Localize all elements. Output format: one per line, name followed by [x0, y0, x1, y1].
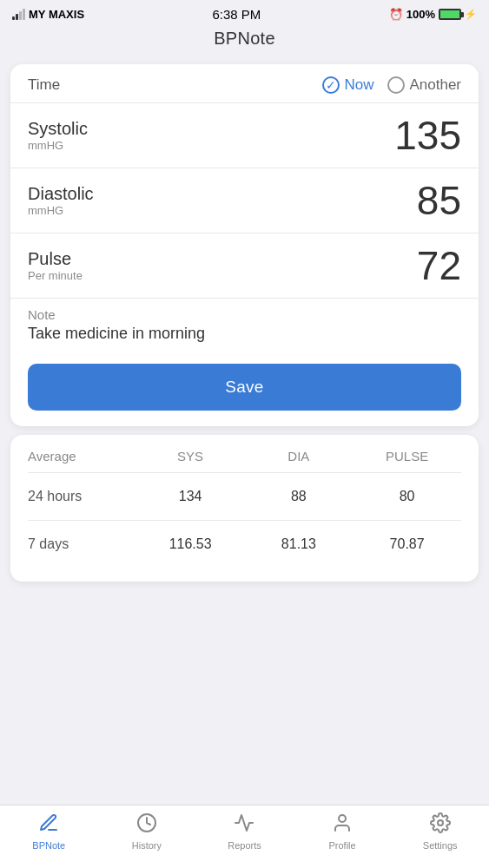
- nav-label-history: History: [132, 840, 162, 851]
- now-check-icon: ✓: [322, 76, 340, 94]
- note-label: Note: [28, 307, 461, 322]
- status-time: 6:38 PM: [212, 7, 261, 22]
- bottom-nav: BPNote History Reports Profile: [0, 805, 489, 868]
- systolic-row[interactable]: Systolic mmHG 135: [10, 102, 479, 168]
- profile-icon: [332, 812, 353, 837]
- systolic-unit: mmHG: [28, 139, 394, 152]
- status-bar: MY MAXIS 6:38 PM ⏰ 100% ⚡: [0, 0, 489, 25]
- app-title: BPNote: [0, 29, 489, 49]
- avg-col-average: Average: [28, 449, 136, 464]
- entry-card: Time ✓ Now Another Systolic mmHG 135 Dia…: [10, 64, 479, 426]
- avg-row-7d: 7 days 116.53 81.13 70.87: [28, 520, 461, 568]
- avg-sys-24h: 134: [136, 489, 245, 504]
- svg-point-1: [339, 815, 346, 822]
- diastolic-row[interactable]: Diastolic mmHG 85: [10, 168, 479, 233]
- charging-icon: ⚡: [465, 9, 477, 20]
- avg-sys-7d: 116.53: [136, 536, 245, 552]
- avg-col-dia: DIA: [245, 449, 354, 464]
- diastolic-label: Diastolic: [28, 184, 417, 204]
- systolic-value[interactable]: 135: [394, 112, 461, 159]
- carrier-name: MY MAXIS: [29, 8, 84, 21]
- avg-period-7d: 7 days: [28, 536, 136, 552]
- note-row[interactable]: Note Take medicine in morning: [10, 298, 479, 355]
- save-button[interactable]: Save: [28, 364, 461, 411]
- avg-col-pulse: PULSE: [353, 449, 461, 464]
- app-header: BPNote: [0, 25, 489, 57]
- nav-item-profile[interactable]: Profile: [312, 812, 373, 851]
- reports-icon: [234, 812, 254, 837]
- bpnote-icon: [38, 812, 59, 837]
- avg-period-24h: 24 hours: [28, 489, 136, 504]
- avg-dia-7d: 81.13: [245, 536, 354, 552]
- averages-card: Average SYS DIA PULSE 24 hours 134 88 80…: [10, 435, 479, 582]
- nav-label-profile: Profile: [328, 840, 355, 851]
- battery-icon: [439, 9, 461, 20]
- nav-label-bpnote: BPNote: [32, 840, 65, 851]
- option-another[interactable]: Another: [387, 76, 461, 94]
- diastolic-value[interactable]: 85: [417, 177, 461, 224]
- time-label: Time: [28, 76, 60, 94]
- option-another-label: Another: [409, 76, 461, 94]
- alarm-icon: ⏰: [389, 8, 403, 21]
- avg-header-row: Average SYS DIA PULSE: [28, 449, 461, 472]
- pulse-unit: Per minute: [28, 269, 417, 282]
- settings-icon: [430, 812, 451, 837]
- nav-label-settings: Settings: [423, 840, 458, 851]
- avg-row-24h: 24 hours 134 88 80: [28, 472, 461, 520]
- avg-pulse-7d: 70.87: [353, 536, 461, 552]
- avg-pulse-24h: 80: [353, 489, 461, 504]
- pulse-value[interactable]: 72: [417, 242, 461, 289]
- avg-dia-24h: 88: [245, 489, 354, 504]
- save-button-wrap: Save: [10, 355, 479, 426]
- nav-item-settings[interactable]: Settings: [410, 812, 471, 851]
- nav-item-history[interactable]: History: [116, 812, 177, 851]
- svg-point-2: [438, 820, 443, 825]
- history-icon: [136, 812, 157, 837]
- signal-icon: [12, 9, 25, 20]
- pulse-label: Pulse: [28, 249, 417, 269]
- status-left: MY MAXIS: [12, 8, 84, 21]
- option-now-label: Now: [344, 76, 373, 94]
- nav-item-bpnote[interactable]: BPNote: [18, 812, 79, 851]
- systolic-label: Systolic: [28, 119, 394, 139]
- status-right: ⏰ 100% ⚡: [389, 8, 477, 21]
- diastolic-unit: mmHG: [28, 204, 417, 217]
- nav-item-reports[interactable]: Reports: [214, 812, 274, 851]
- main-content: Time ✓ Now Another Systolic mmHG 135 Dia…: [0, 57, 489, 805]
- note-text[interactable]: Take medicine in morning: [28, 325, 461, 343]
- battery-percent: 100%: [406, 8, 435, 21]
- avg-col-sys: SYS: [136, 449, 245, 464]
- time-row: Time ✓ Now Another: [10, 64, 479, 102]
- another-check-icon: [387, 76, 405, 94]
- pulse-row[interactable]: Pulse Per minute 72: [10, 233, 479, 298]
- nav-label-reports: Reports: [228, 840, 261, 851]
- option-now[interactable]: ✓ Now: [322, 76, 373, 94]
